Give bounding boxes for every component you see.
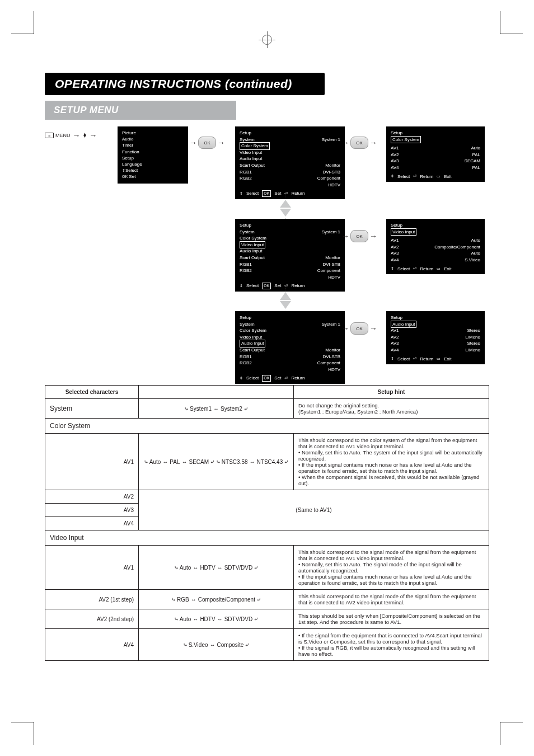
table-row: AV2 (1st step) ⤷ RGB ↔ Composite/Compone…: [45, 590, 489, 609]
arrow-right-icon: →: [89, 131, 97, 140]
arrow-right-icon: →: [73, 131, 81, 140]
osd-setup-video: Setup SystemSystem 1 Color System Video …: [235, 219, 345, 292]
page-title: OPERATING INSTRUCTIONS (continued): [45, 73, 325, 95]
registration-mark-top: [262, 35, 272, 45]
table-row: Color System: [45, 419, 489, 434]
th-blank: [139, 386, 294, 399]
ok-button-icon: OK: [350, 230, 368, 242]
ok-step: → OK →: [341, 230, 377, 242]
osd-item: Timer: [122, 142, 184, 148]
menu-icon: ≡: [45, 133, 54, 138]
osd-audio-input: Setup Audio Input AV1Stereo AV2L/Mono AV…: [386, 311, 485, 364]
osd-footer: Set: [129, 174, 135, 179]
table-row: System ⤷ System1 ↔ System2 ⤶ Do not chan…: [45, 399, 489, 419]
osd-color-system: Setup Color System AV1Auto AV2PAL AV3SEC…: [386, 126, 485, 182]
ok-step: → OK →: [189, 137, 225, 149]
ok-step: → OK →: [341, 137, 377, 149]
th-selected: Selected characters: [45, 386, 139, 399]
table-row: AV2 (2nd step) ⤷ Auto ↔ HDTV ↔ SDTV/DVD …: [45, 609, 489, 629]
section-title: SETUP MENU: [45, 101, 236, 120]
osd-title: Setup: [240, 130, 340, 137]
osd-item: Picture: [122, 130, 184, 136]
osd-setup-audio: Setup SystemSystem 1 Color System Video …: [235, 311, 345, 384]
menu-start: ≡ MENU → ▲▼ →: [45, 131, 97, 140]
ok-button-icon: OK: [350, 322, 368, 335]
osd-setup-color: Setup SystemSystem 1 Color System Video …: [235, 126, 345, 199]
th-hint: Setup hint: [294, 386, 489, 399]
osd-item: Function: [122, 149, 184, 155]
table-row: AV1 ⤷ Auto ↔ PAL ↔ SECAM ⤶ ⤷ NTSC3.58 ↔ …: [45, 434, 489, 490]
table-row: Video Input: [45, 530, 489, 546]
osd-picture-menu: Picture Audio Timer Function Setup Langu…: [118, 126, 188, 184]
osd-title: Setup: [240, 314, 340, 321]
osd-video-input: Setup Video Input AV1Auto AV2Composite/C…: [386, 219, 485, 274]
table-row: AV4 ⤷ S.Video ↔ Composite ⤶ • If the sig…: [45, 629, 489, 661]
table-row: AV1 ⤷ Auto ↔ HDTV ↔ SDTV/DVD ⤶ This shou…: [45, 546, 489, 590]
osd-footer: Select: [125, 168, 138, 173]
flow-diagram: ≡ MENU → ▲▼ → Picture Audio Timer Functi…: [45, 126, 489, 378]
ok-box-icon: OK: [122, 175, 128, 179]
osd-title: Setup: [240, 222, 340, 229]
up-down-triangles: ▲▼: [83, 133, 87, 138]
osd-item-selected: Setup: [122, 156, 134, 161]
menu-label: MENU: [55, 133, 71, 138]
osd-item: Audio: [122, 136, 184, 142]
ok-button-icon: OK: [198, 137, 216, 149]
ok-button-icon: OK: [350, 137, 368, 149]
table-row: AV2 (Same to AV1): [45, 490, 489, 504]
ok-step: → OK →: [341, 322, 377, 335]
spec-table: Selected characters Setup hint System ⤷ …: [45, 385, 489, 661]
osd-item: Language: [122, 161, 184, 167]
